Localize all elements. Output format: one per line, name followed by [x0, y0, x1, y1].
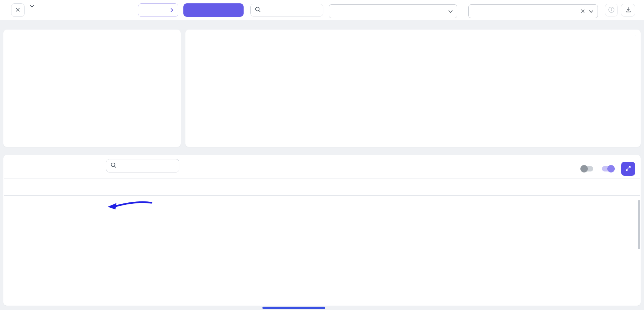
orders-pie-chart — [6, 48, 101, 143]
download-icon — [625, 6, 632, 14]
generate-report-button[interactable] — [183, 3, 244, 17]
filters-button[interactable] — [138, 3, 178, 17]
report-title-block — [28, 3, 34, 10]
table-header-row — [4, 179, 640, 196]
fullscreen-button[interactable] — [621, 162, 635, 176]
orders-table — [4, 179, 640, 217]
detail-by-select[interactable] — [468, 4, 598, 18]
table-search — [106, 159, 179, 172]
production-line-card — [185, 30, 641, 147]
title-chevron-down-icon[interactable] — [30, 3, 34, 9]
topbar — [0, 0, 644, 20]
third-level-toggle[interactable] — [602, 166, 615, 171]
info-button[interactable] — [605, 4, 618, 16]
vertical-scrollbar[interactable] — [638, 200, 640, 249]
production-line-chart — [185, 30, 641, 132]
horizontal-scrollbar[interactable] — [262, 307, 325, 309]
download-button[interactable] — [621, 4, 635, 16]
table-controls — [576, 162, 635, 176]
table-search-input[interactable] — [119, 163, 175, 169]
table-panel — [3, 155, 641, 306]
orders-pie-card — [3, 30, 181, 147]
chevron-down-icon[interactable] — [448, 8, 453, 14]
search-icon — [255, 6, 261, 14]
dashboard-root — [0, 0, 644, 310]
chevron-right-icon — [171, 7, 173, 13]
topbar-search — [250, 4, 323, 16]
table-total-row — [4, 196, 640, 217]
topbar-search-input[interactable] — [264, 7, 319, 13]
chevron-down-icon[interactable] — [589, 8, 594, 14]
close-button[interactable] — [11, 3, 25, 17]
group-by-select[interactable] — [329, 4, 457, 18]
search-icon — [110, 162, 116, 169]
info-icon — [608, 6, 615, 14]
clear-icon[interactable] — [581, 8, 585, 14]
close-icon — [15, 7, 20, 13]
currency-toggle[interactable] — [580, 166, 593, 171]
expand-icon — [625, 165, 632, 173]
